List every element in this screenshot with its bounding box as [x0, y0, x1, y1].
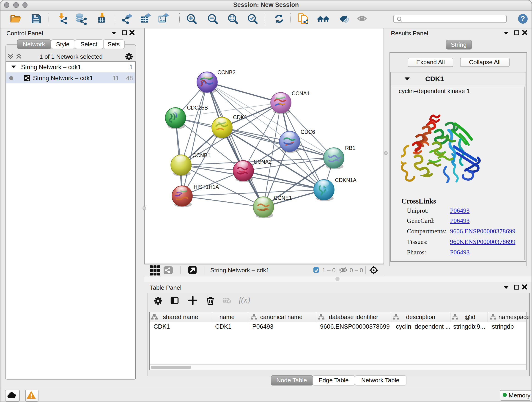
svg-text:CCNB2: CCNB2 — [217, 70, 235, 75]
svg-text:CCNA2: CCNA2 — [254, 159, 272, 165]
svg-text:CDC25B: CDC25B — [187, 105, 208, 111]
svg-text:CDKN1A: CDKN1A — [335, 177, 357, 183]
svg-text:CDK1: CDK1 — [233, 114, 247, 120]
svg-text:CDC6: CDC6 — [301, 129, 315, 135]
svg-text:HIST1H1A: HIST1H1A — [194, 184, 219, 190]
svg-text:RB1: RB1 — [345, 145, 355, 151]
svg-text:?: ? — [520, 15, 525, 23]
svg-text:CCNB1: CCNB1 — [192, 153, 210, 158]
svg-text:CCNE1: CCNE1 — [274, 195, 292, 201]
svg-text:CCNA1: CCNA1 — [292, 90, 310, 96]
